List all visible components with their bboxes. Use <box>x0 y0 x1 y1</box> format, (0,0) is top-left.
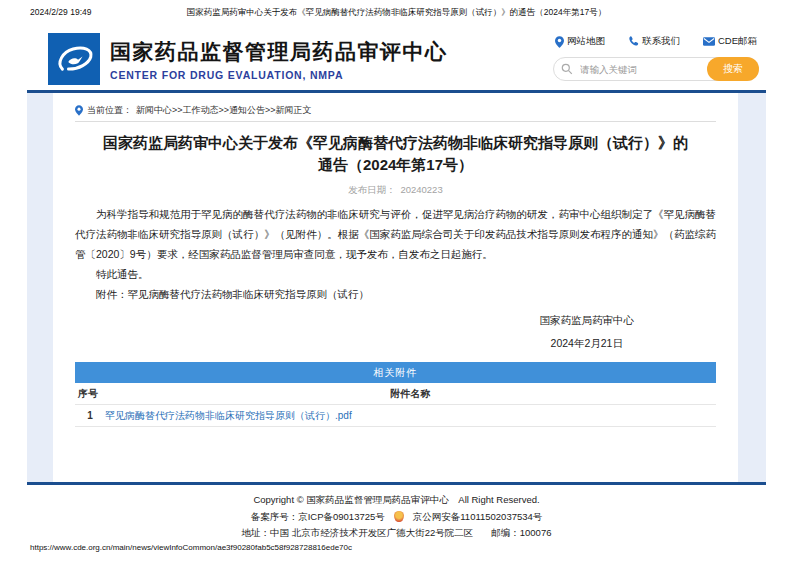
site-header: 国家药品监督管理局药品审评中心 CENTER FOR DRUG EVALUATI… <box>27 28 766 90</box>
org-names: 国家药品监督管理局药品审评中心 CENTER FOR DRUG EVALUATI… <box>110 38 448 81</box>
org-name-cn: 国家药品监督管理局药品审评中心 <box>110 38 448 66</box>
cde-mail-link-label: CDE邮箱 <box>718 35 757 48</box>
location-pin-icon <box>75 105 83 116</box>
signature-block: 国家药监局药审中心 2024年2月21日 <box>540 314 635 351</box>
footer-copyright: Copyright © 国家药品监督管理局药品审评中心 All Right Re… <box>27 492 766 509</box>
article-paragraph: 为科学指导和规范用于罕见病的酶替代疗法药物的非临床研究与评价，促进罕见病治疗药物… <box>75 204 716 264</box>
footer-icp: 备案序号：京ICP备09013725号 <box>251 509 385 526</box>
print-page-url: https://www.cde.org.cn/main/news/viewInf… <box>30 543 352 552</box>
attachment-row-index: 1 <box>75 410 105 421</box>
footer-address: 地址：中国 北京市经济技术开发区广德大街22号院二区 <box>242 525 474 542</box>
signature-date: 2024年2月21日 <box>540 337 635 351</box>
signature-org: 国家药监局药审中心 <box>540 314 635 328</box>
search-button[interactable]: 搜索 <box>707 57 759 81</box>
attachments-header-row: 序号 附件名称 <box>75 383 716 405</box>
mail-icon <box>703 37 715 46</box>
article-title: 国家药监局药审中心关于发布《罕见病酶替代疗法药物非临床研究指导原则（试行）》的通… <box>101 132 690 176</box>
footer-registration: 备案序号：京ICP备09013725号 京公网安备11011502037534号 <box>27 509 766 526</box>
footer-address-row: 地址：中国 北京市经济技术开发区广德大街22号院二区 邮编：100076 <box>27 525 766 542</box>
breadcrumb-prefix: 当前位置： <box>87 104 132 117</box>
attachment-pdf-link[interactable]: 罕见病酶替代疗法药物非临床研究指导原则（试行）.pdf <box>105 410 352 421</box>
header-links: 网站地图 联系我们 CDE邮箱 <box>553 35 759 48</box>
cde-bird-swoosh-icon <box>48 33 100 85</box>
org-name-en: CENTER FOR DRUG EVALUATION, NMPA <box>110 69 448 81</box>
map-pin-icon <box>555 36 564 48</box>
webpage: 国家药品监督管理局药品审评中心 CENTER FOR DRUG EVALUATI… <box>27 28 766 542</box>
breadcrumb-rule <box>75 121 716 122</box>
breadcrumb-path[interactable]: 新闻中心>>工作动态>>通知公告>>新闻正文 <box>136 104 312 117</box>
sitemap-link[interactable]: 网站地图 <box>555 35 605 48</box>
article-body: 为科学指导和规范用于罕见病的酶替代疗法药物的非临床研究与评价，促进罕见病治疗药物… <box>75 204 716 304</box>
header-right: 网站地图 联系我们 CDE邮箱 <box>553 35 759 81</box>
police-badge-icon <box>394 511 404 522</box>
cde-logo[interactable] <box>48 33 100 85</box>
footer-police: 京公网安备11011502037534号 <box>413 509 543 526</box>
attachment-row: 1 罕见病酶替代疗法药物非临床研究指导原则（试行）.pdf <box>75 405 716 426</box>
attachment-name-cell: 罕见病酶替代疗法药物非临床研究指导原则（试行）.pdf <box>105 409 716 423</box>
attachments-col-name: 附件名称 <box>105 387 716 401</box>
publish-date: 发布日期： 20240223 <box>75 184 716 197</box>
search-bar: 搜索 <box>553 57 759 81</box>
footer-postcode: 邮编：100076 <box>491 525 551 542</box>
article-paragraph: 附件：罕见病酶替代疗法药物非临床研究指导原则（试行） <box>75 284 716 304</box>
cde-mail-link[interactable]: CDE邮箱 <box>703 35 757 48</box>
attachments-title-bar: 相关附件 <box>75 362 716 383</box>
search-icon <box>561 63 573 75</box>
contact-link-label: 联系我们 <box>642 35 680 48</box>
attachments-col-index: 序号 <box>75 387 105 401</box>
print-timestamp: 2024/2/29 19:49 <box>30 7 91 17</box>
sitemap-link-label: 网站地图 <box>567 35 605 48</box>
breadcrumb: 当前位置： 新闻中心>>工作动态>>通知公告>>新闻正文 <box>75 100 716 121</box>
attachments-table: 相关附件 序号 附件名称 1 罕见病酶替代疗法药物非临床研究指导原则（试行）.p… <box>75 362 716 427</box>
article-paragraph: 特此通告。 <box>75 264 716 284</box>
article-card: 当前位置： 新闻中心>>工作动态>>通知公告>>新闻正文 国家药监局药审中心关于… <box>53 93 738 482</box>
phone-icon <box>628 36 639 47</box>
content-background: 当前位置： 新闻中心>>工作动态>>通知公告>>新闻正文 国家药监局药审中心关于… <box>27 93 766 482</box>
publish-date-value: 20240223 <box>400 184 442 195</box>
site-footer: Copyright © 国家药品监督管理局药品审评中心 All Right Re… <box>27 485 766 542</box>
print-doc-title: 国家药监局药审中心关于发布《罕见病酶替代疗法药物非临床研究指导原则（试行）》的通… <box>120 7 673 19</box>
contact-link[interactable]: 联系我们 <box>628 35 680 48</box>
publish-date-label: 发布日期： <box>348 184 396 195</box>
